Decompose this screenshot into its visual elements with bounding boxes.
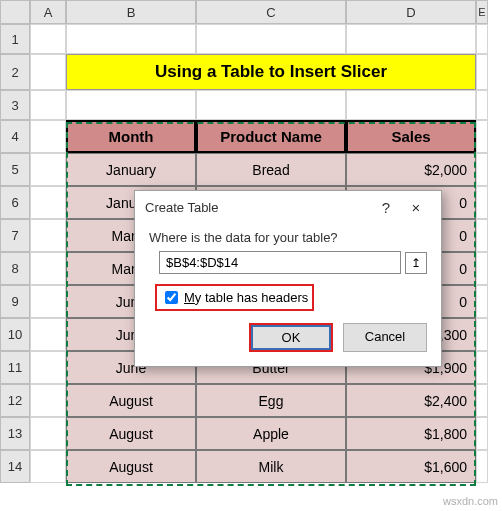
table-cell-month[interactable]: August xyxy=(66,417,196,450)
table-cell-sales[interactable]: $2,400 xyxy=(346,384,476,417)
row-4[interactable]: 4 xyxy=(0,120,30,153)
cell-A7[interactable] xyxy=(30,219,66,252)
cell-A10[interactable] xyxy=(30,318,66,351)
cell-B3[interactable] xyxy=(66,90,196,120)
cell-A2[interactable] xyxy=(30,54,66,90)
cell-A12[interactable] xyxy=(30,384,66,417)
dialog-help-button[interactable]: ? xyxy=(371,199,401,216)
ok-button[interactable]: OK xyxy=(249,323,333,352)
cell-E13[interactable] xyxy=(476,417,488,450)
table-cell-sales[interactable]: $1,800 xyxy=(346,417,476,450)
table-header-sales[interactable]: Sales xyxy=(346,120,476,153)
dialog-prompt: Where is the data for your table? xyxy=(149,230,427,245)
table-cell-sales[interactable]: $1,600 xyxy=(346,450,476,483)
row-6[interactable]: 6 xyxy=(0,186,30,219)
row-7[interactable]: 7 xyxy=(0,219,30,252)
cell-E11[interactable] xyxy=(476,351,488,384)
row-2[interactable]: 2 xyxy=(0,54,30,90)
row-3[interactable]: 3 xyxy=(0,90,30,120)
table-header-product[interactable]: Product Name xyxy=(196,120,346,153)
headers-checkbox[interactable] xyxy=(165,291,178,304)
cell-E10[interactable] xyxy=(476,318,488,351)
cell-A13[interactable] xyxy=(30,417,66,450)
table-cell-product[interactable]: Milk xyxy=(196,450,346,483)
cell-A1[interactable] xyxy=(30,24,66,54)
cell-A8[interactable] xyxy=(30,252,66,285)
create-table-dialog: Create Table ? × Where is the data for y… xyxy=(134,190,442,367)
cancel-button[interactable]: Cancel xyxy=(343,323,427,352)
row-8[interactable]: 8 xyxy=(0,252,30,285)
range-input[interactable] xyxy=(159,251,401,274)
cell-D1[interactable] xyxy=(346,24,476,54)
row-13[interactable]: 13 xyxy=(0,417,30,450)
row-12[interactable]: 12 xyxy=(0,384,30,417)
cell-B1[interactable] xyxy=(66,24,196,54)
cell-E1[interactable] xyxy=(476,24,488,54)
col-E[interactable]: E xyxy=(476,0,488,24)
row-10[interactable]: 10 xyxy=(0,318,30,351)
table-cell-month[interactable]: August xyxy=(66,450,196,483)
cell-C3[interactable] xyxy=(196,90,346,120)
cell-E3[interactable] xyxy=(476,90,488,120)
row-11[interactable]: 11 xyxy=(0,351,30,384)
cell-A14[interactable] xyxy=(30,450,66,483)
cell-A5[interactable] xyxy=(30,153,66,186)
cell-E12[interactable] xyxy=(476,384,488,417)
cell-D3[interactable] xyxy=(346,90,476,120)
cell-E6[interactable] xyxy=(476,186,488,219)
cell-A9[interactable] xyxy=(30,285,66,318)
headers-checkbox-label[interactable]: My table has headers xyxy=(184,290,308,305)
table-cell-product[interactable]: Bread xyxy=(196,153,346,186)
col-C[interactable]: C xyxy=(196,0,346,24)
dialog-close-button[interactable]: × xyxy=(401,199,431,216)
cell-E9[interactable] xyxy=(476,285,488,318)
table-cell-product[interactable]: Egg xyxy=(196,384,346,417)
cell-A6[interactable] xyxy=(30,186,66,219)
table-cell-month[interactable]: August xyxy=(66,384,196,417)
cell-E14[interactable] xyxy=(476,450,488,483)
row-9[interactable]: 9 xyxy=(0,285,30,318)
cell-A3[interactable] xyxy=(30,90,66,120)
row-14[interactable]: 14 xyxy=(0,450,30,483)
cell-E5[interactable] xyxy=(476,153,488,186)
cell-E8[interactable] xyxy=(476,252,488,285)
cell-E7[interactable] xyxy=(476,219,488,252)
table-header-month[interactable]: Month xyxy=(66,120,196,153)
cell-E2[interactable] xyxy=(476,54,488,90)
cell-E4[interactable] xyxy=(476,120,488,153)
cell-A4[interactable] xyxy=(30,120,66,153)
range-picker-button[interactable]: ↥ xyxy=(405,252,427,274)
title-cell[interactable]: Using a Table to Insert Slicer xyxy=(66,54,476,90)
row-1[interactable]: 1 xyxy=(0,24,30,54)
table-cell-product[interactable]: Apple xyxy=(196,417,346,450)
col-B[interactable]: B xyxy=(66,0,196,24)
row-5[interactable]: 5 xyxy=(0,153,30,186)
table-cell-month[interactable]: January xyxy=(66,153,196,186)
cell-C1[interactable] xyxy=(196,24,346,54)
col-D[interactable]: D xyxy=(346,0,476,24)
watermark: wsxdn.com xyxy=(443,495,498,507)
col-A[interactable]: A xyxy=(30,0,66,24)
cell-A11[interactable] xyxy=(30,351,66,384)
dialog-title: Create Table xyxy=(145,200,218,215)
table-cell-sales[interactable]: $2,000 xyxy=(346,153,476,186)
select-all-corner[interactable] xyxy=(0,0,30,24)
